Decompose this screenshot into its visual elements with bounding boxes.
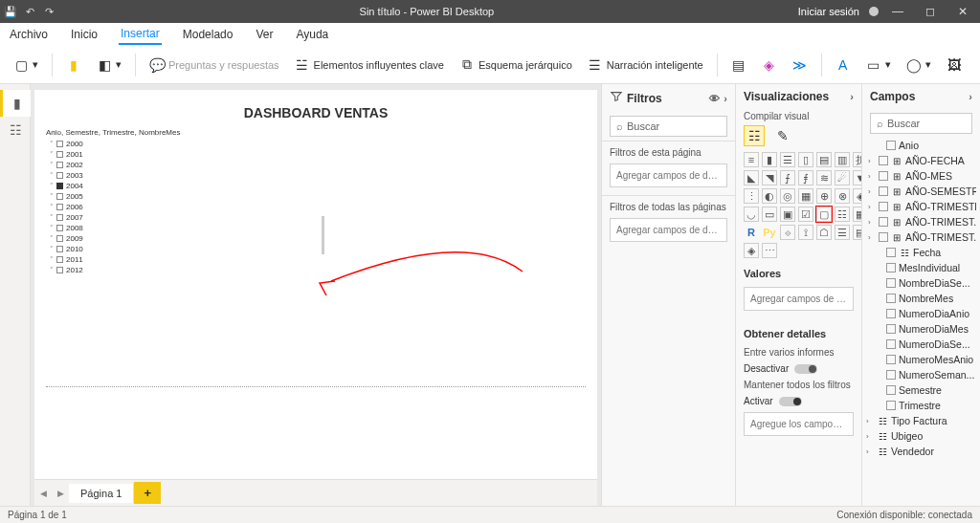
line-col-icon[interactable]: ⨍ bbox=[780, 170, 795, 185]
r-visual-icon[interactable]: R bbox=[744, 225, 759, 240]
avatar-icon[interactable] bbox=[869, 7, 879, 16]
field-item[interactable]: NumeroDiaSe... bbox=[866, 337, 976, 352]
year-item[interactable]: ˅2012 bbox=[50, 265, 586, 275]
buttons-button[interactable]: ▭▾ bbox=[860, 54, 897, 76]
field-item[interactable]: ›⊞AÑO-TRIMEST... bbox=[866, 214, 976, 229]
all-filters-drop[interactable]: Agregar campos de datos ... bbox=[610, 218, 727, 242]
stacked-bar-icon[interactable]: ≡ bbox=[744, 152, 759, 167]
paginated-button[interactable]: ▤ bbox=[725, 54, 752, 76]
cross-report-toggle[interactable] bbox=[794, 364, 817, 374]
field-item[interactable]: ›☷Tipo Factura bbox=[866, 413, 976, 428]
field-item[interactable]: NumeroMesAnio bbox=[866, 352, 976, 367]
data-view-icon[interactable]: ☷ bbox=[0, 117, 31, 143]
treemap-icon[interactable]: ▦ bbox=[798, 188, 813, 204]
report-canvas[interactable]: DASHBOARD VENTAS Anio, Semestre, Trimest… bbox=[34, 90, 597, 479]
menu-help[interactable]: Ayuda bbox=[294, 25, 330, 44]
apps-button[interactable]: ◈ bbox=[756, 54, 783, 76]
year-item[interactable]: ˅2008 bbox=[50, 223, 586, 233]
year-item[interactable]: ˅2003 bbox=[50, 170, 586, 181]
app-source-icon[interactable]: ◈ bbox=[744, 243, 759, 258]
map-icon[interactable]: ⊕ bbox=[816, 188, 832, 204]
shapes-button[interactable]: ◯▾ bbox=[901, 54, 937, 76]
menu-view[interactable]: Ver bbox=[254, 25, 275, 44]
filled-map-icon[interactable]: ⊗ bbox=[835, 188, 850, 204]
menu-insert[interactable]: Insertar bbox=[119, 24, 162, 45]
report-view-icon[interactable]: ▮ bbox=[0, 90, 31, 117]
field-item[interactable]: ›⊞AÑO-FECHA bbox=[866, 153, 976, 168]
build-visual-tab[interactable]: ☷ bbox=[744, 125, 765, 146]
tab-prev[interactable]: ◀ bbox=[34, 489, 52, 498]
key-influencers-icon[interactable]: ⟐ bbox=[780, 225, 795, 240]
flow-button[interactable]: ≫ bbox=[787, 54, 813, 76]
values-drop[interactable]: Agregar campos de datos a... bbox=[744, 287, 854, 311]
scatter-icon[interactable]: ⋮ bbox=[744, 188, 759, 204]
keep-filters-toggle[interactable] bbox=[779, 397, 802, 406]
viz-collapse-icon[interactable]: › bbox=[850, 91, 854, 102]
redo-icon[interactable]: ↷ bbox=[42, 5, 56, 18]
stacked-bar-100-icon[interactable]: ▤ bbox=[816, 152, 832, 167]
add-tab-button[interactable]: + bbox=[134, 482, 161, 504]
close-button[interactable]: ✕ bbox=[949, 5, 976, 18]
field-item[interactable]: MesIndividual bbox=[866, 260, 976, 275]
menu-file[interactable]: Archivo bbox=[8, 25, 50, 44]
year-item[interactable]: ˅2004 bbox=[50, 181, 586, 191]
year-item[interactable]: ˅2009 bbox=[50, 233, 586, 244]
visual-handle[interactable] bbox=[322, 216, 324, 254]
smart-narrative-button[interactable]: ☰Narración inteligente bbox=[582, 54, 709, 76]
filters-search[interactable]: ⌕Buscar bbox=[610, 116, 727, 137]
line-col2-icon[interactable]: ⨎ bbox=[798, 170, 813, 185]
year-item[interactable]: ˅2010 bbox=[50, 244, 586, 254]
field-item[interactable]: ›⊞AÑO-SEMESTRE bbox=[866, 184, 976, 199]
tab-next[interactable]: ▶ bbox=[52, 489, 69, 498]
year-item[interactable]: ˅2011 bbox=[50, 254, 586, 265]
pie-icon[interactable]: ◐ bbox=[762, 188, 777, 204]
filters-collapse-icon[interactable]: › bbox=[724, 93, 727, 104]
text-box-button[interactable]: A bbox=[830, 54, 857, 76]
tab-page-1[interactable]: Página 1 bbox=[69, 484, 134, 503]
clustered-bar-icon[interactable]: ☰ bbox=[780, 152, 795, 167]
field-item[interactable]: ☷Fecha bbox=[866, 245, 976, 260]
donut-icon[interactable]: ◎ bbox=[780, 188, 795, 204]
page-filters-drop[interactable]: Agregar campos de datos ... bbox=[610, 163, 727, 187]
year-item[interactable]: ˅2006 bbox=[50, 202, 586, 212]
stacked-column-icon[interactable]: ▮ bbox=[762, 152, 777, 167]
field-item[interactable]: Anio bbox=[866, 138, 976, 153]
field-item[interactable]: NumeroDiaAnio bbox=[866, 306, 976, 321]
field-item[interactable]: ›⊞AÑO-TRIMEST... bbox=[866, 229, 976, 245]
year-item[interactable]: ˅2000 bbox=[50, 139, 586, 149]
gauge-icon[interactable]: ◡ bbox=[744, 207, 759, 222]
field-item[interactable]: NombreDiaSe... bbox=[866, 275, 976, 291]
field-item[interactable]: NombreMes bbox=[866, 291, 976, 306]
fields-search[interactable]: ⌕Buscar bbox=[870, 113, 972, 134]
image-button[interactable]: 🖼 bbox=[941, 54, 968, 76]
new-page-button[interactable]: ▢▾ bbox=[8, 54, 44, 76]
table-icon[interactable]: ☷ bbox=[835, 207, 850, 222]
field-item[interactable]: ›☷Ubigeo bbox=[866, 428, 976, 444]
more-visuals-icon[interactable]: ⋯ bbox=[762, 243, 777, 258]
slicer-tree[interactable]: ˅2000˅2001˅2002˅2003˅2004˅2005˅2006˅2007… bbox=[50, 139, 586, 275]
drill-drop[interactable]: Agregue los campos de ob... bbox=[744, 412, 854, 436]
decomposition-icon[interactable]: ⟟ bbox=[798, 225, 813, 240]
decomposition-button[interactable]: ⧉Esquema jerárquico bbox=[454, 54, 578, 76]
menu-home[interactable]: Inicio bbox=[69, 25, 100, 44]
field-item[interactable]: Semestre bbox=[866, 382, 976, 398]
year-item[interactable]: ˅2005 bbox=[50, 191, 586, 202]
field-item[interactable]: ›☷Vendedor bbox=[866, 444, 976, 459]
field-item[interactable]: Trimestre bbox=[866, 398, 976, 413]
clustered-column-icon[interactable]: ▯ bbox=[798, 152, 813, 167]
fields-collapse-icon[interactable]: › bbox=[969, 91, 972, 102]
field-item[interactable]: NumeroDiaMes bbox=[866, 321, 976, 337]
kpi-icon[interactable]: ☑ bbox=[798, 207, 813, 222]
slicer-icon[interactable]: ▢ bbox=[816, 207, 832, 222]
format-visual-tab[interactable]: ✎ bbox=[772, 125, 793, 146]
year-item[interactable]: ˅2007 bbox=[50, 212, 586, 223]
waterfall-icon[interactable]: ☄ bbox=[835, 170, 850, 185]
menu-model[interactable]: Modelado bbox=[181, 25, 235, 44]
card-icon[interactable]: ▭ bbox=[762, 207, 777, 222]
py-visual-icon[interactable]: Py bbox=[762, 225, 777, 240]
minimize-button[interactable]: — bbox=[884, 5, 911, 18]
more-visuals-button[interactable]: ◧▾ bbox=[91, 54, 127, 76]
ribbon-icon[interactable]: ≋ bbox=[816, 170, 832, 185]
new-visual-button[interactable]: ▮ bbox=[60, 54, 87, 76]
save-icon[interactable]: 💾 bbox=[4, 5, 17, 18]
